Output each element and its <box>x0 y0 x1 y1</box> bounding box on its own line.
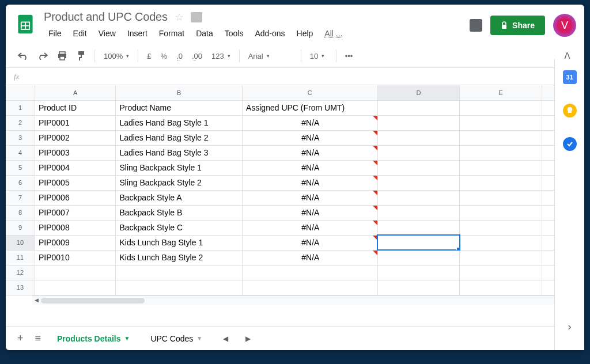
cell[interactable] <box>377 190 460 205</box>
cell[interactable]: Kids Lunch Bag Style 1 <box>116 235 242 250</box>
cell[interactable] <box>460 265 542 280</box>
select-all-corner[interactable] <box>6 85 35 100</box>
cell[interactable]: PIP0007 <box>35 205 115 220</box>
menu-help[interactable]: Help <box>292 27 318 40</box>
row-header[interactable]: 8 <box>6 205 35 220</box>
cell[interactable]: Assigned UPC (From UMT) <box>242 100 377 115</box>
print-button[interactable] <box>53 48 71 63</box>
zoom-dropdown[interactable]: 100% <box>100 49 133 63</box>
keep-icon[interactable] <box>563 104 577 117</box>
cell[interactable]: Sling Backpack Style 2 <box>116 175 242 190</box>
row-header[interactable]: 1 <box>6 100 35 115</box>
cell[interactable]: Ladies Hand Bag Style 3 <box>116 145 242 160</box>
cell[interactable] <box>460 190 542 205</box>
cell[interactable]: #N/A <box>242 250 377 265</box>
cell[interactable]: #N/A <box>242 190 377 205</box>
col-header-C[interactable]: C <box>242 85 377 100</box>
cell[interactable] <box>460 220 542 235</box>
cell[interactable] <box>377 115 460 130</box>
cell[interactable]: #N/A <box>242 160 377 175</box>
document-title[interactable]: Product and UPC Codes <box>44 10 168 24</box>
share-button[interactable]: Share <box>490 16 545 35</box>
row-header[interactable]: 6 <box>6 175 35 190</box>
row-header[interactable]: 4 <box>6 145 35 160</box>
menu-data[interactable]: Data <box>191 27 218 40</box>
percent-button[interactable]: % <box>156 49 171 63</box>
star-icon[interactable]: ☆ <box>175 11 184 24</box>
cell[interactable] <box>377 265 460 280</box>
tab-dropdown-icon[interactable]: ▼ <box>124 335 130 342</box>
calendar-icon[interactable]: 31 <box>563 70 577 84</box>
cell[interactable] <box>460 130 542 145</box>
sheet-tab[interactable]: UPC Codes▼ <box>142 329 210 348</box>
cell[interactable] <box>242 265 377 280</box>
cell[interactable] <box>460 100 542 115</box>
row-header[interactable]: 13 <box>6 280 35 295</box>
decrease-decimal-button[interactable]: .0← <box>172 49 187 63</box>
menu-tools[interactable]: Tools <box>220 27 248 40</box>
font-dropdown[interactable]: Arial <box>244 49 296 63</box>
cell[interactable]: Backpack Style B <box>116 205 242 220</box>
cell[interactable] <box>377 250 460 265</box>
side-panel-collapse-icon[interactable]: › <box>568 321 572 333</box>
col-header-B[interactable]: B <box>116 85 242 100</box>
cell[interactable]: Kids Lunch Bag Style 2 <box>116 250 242 265</box>
cell[interactable]: #N/A <box>242 115 377 130</box>
col-header-D[interactable]: D <box>377 85 460 100</box>
tab-nav-left[interactable]: ◀ <box>218 332 233 345</box>
row-header[interactable]: 12 <box>6 265 35 280</box>
cell[interactable]: PIP0006 <box>35 190 115 205</box>
sheets-logo[interactable] <box>14 13 37 36</box>
cell[interactable]: PIP0008 <box>35 220 115 235</box>
sheet-tab-active[interactable]: Products Details▼ <box>49 329 138 348</box>
cell[interactable]: Ladies Hand Bag Style 2 <box>116 130 242 145</box>
cell[interactable] <box>116 265 242 280</box>
cell[interactable]: PIP0001 <box>35 115 115 130</box>
paint-format-button[interactable] <box>73 48 90 64</box>
formula-input[interactable] <box>27 70 576 83</box>
cell[interactable]: Sling Backpack Style 1 <box>116 160 242 175</box>
row-header[interactable]: 7 <box>6 190 35 205</box>
cell[interactable]: PIP0010 <box>35 250 115 265</box>
menu-format[interactable]: Format <box>154 27 189 40</box>
row-header[interactable]: 3 <box>6 130 35 145</box>
menu-insert[interactable]: Insert <box>123 27 152 40</box>
col-header-A[interactable]: A <box>35 85 115 100</box>
col-header-E[interactable]: E <box>460 85 542 100</box>
cell[interactable] <box>35 265 115 280</box>
undo-button[interactable] <box>14 49 32 63</box>
number-format-dropdown[interactable]: 123 <box>207 49 235 63</box>
cell[interactable] <box>460 235 542 250</box>
cell[interactable] <box>35 280 115 295</box>
row-header[interactable]: 9 <box>6 220 35 235</box>
cell[interactable]: #N/A <box>242 235 377 250</box>
scroll-left-icon[interactable]: ◀ <box>32 297 41 303</box>
cell[interactable] <box>377 160 460 175</box>
menu-all[interactable]: All ... <box>320 27 347 40</box>
cell[interactable] <box>377 205 460 220</box>
menu-file[interactable]: File <box>44 27 66 40</box>
currency-button[interactable]: £ <box>143 49 155 63</box>
cell[interactable]: PIP0009 <box>35 235 115 250</box>
all-sheets-button[interactable]: ≡ <box>32 329 45 348</box>
tasks-icon[interactable] <box>563 137 577 151</box>
cell[interactable]: Backpack Style A <box>116 190 242 205</box>
account-avatar[interactable]: V <box>553 14 576 37</box>
cell[interactable] <box>377 145 460 160</box>
cell[interactable] <box>377 280 460 295</box>
cell[interactable] <box>460 250 542 265</box>
cell[interactable]: Product Name <box>116 100 242 115</box>
tab-nav-right[interactable]: ▶ <box>241 332 255 345</box>
font-size-dropdown[interactable]: 10 <box>306 49 331 63</box>
cell[interactable]: Backpack Style C <box>116 220 242 235</box>
cell[interactable]: PIP0004 <box>35 160 115 175</box>
spreadsheet-grid[interactable]: A B C D E 1Product IDProduct NameAssigne… <box>6 85 574 295</box>
comments-icon[interactable] <box>470 19 482 32</box>
row-header[interactable]: 11 <box>6 250 35 265</box>
cell[interactable]: #N/A <box>242 175 377 190</box>
cell[interactable]: Product ID <box>35 100 115 115</box>
cell[interactable]: #N/A <box>242 130 377 145</box>
redo-button[interactable] <box>33 49 52 63</box>
cell[interactable] <box>460 115 542 130</box>
cell[interactable] <box>460 205 542 220</box>
